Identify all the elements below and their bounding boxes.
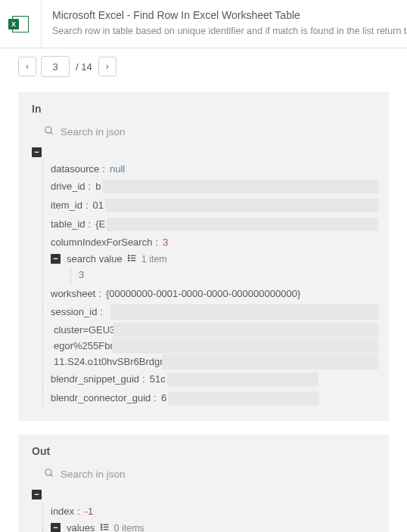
redacted-value [113, 323, 378, 338]
collapse-icon[interactable]: − [32, 490, 42, 500]
field-column-index[interactable]: columnIndexForSearch: 3 [51, 234, 378, 250]
out-tree: − index: -1 − values 0 items [29, 488, 378, 532]
pager-current-input[interactable] [41, 56, 70, 77]
in-panel: In − datasource: null drive_id: b item_i… [18, 92, 389, 421]
session-line: 11.S24.o1t0hvSBr6Brdgr [51, 354, 163, 370]
field-search-value[interactable]: − search value 1 item [51, 250, 378, 268]
field-index[interactable]: index: -1 [51, 503, 378, 519]
list-icon [127, 253, 137, 265]
pager-total-label: / 14 [76, 61, 92, 73]
session-line: cluster=GEU3 [51, 322, 115, 338]
redacted-value [107, 218, 378, 231]
in-tree: − datasource: null drive_id: b item_id: … [29, 146, 378, 407]
search-icon [44, 125, 54, 138]
field-table-id[interactable]: table_id: {E [51, 215, 378, 234]
svg-line-9 [51, 475, 53, 477]
field-item-id[interactable]: item_id: 01 [51, 196, 378, 215]
in-search-input[interactable] [61, 126, 197, 138]
app-icon-cell [0, 0, 42, 48]
in-search-row [29, 122, 378, 146]
svg-point-15 [101, 529, 101, 530]
svg-point-0 [45, 127, 51, 133]
search-value-item[interactable]: 3 [79, 268, 378, 285]
svg-point-6 [128, 257, 129, 258]
svg-point-14 [101, 526, 101, 527]
svg-point-8 [45, 469, 51, 475]
collapse-icon[interactable]: − [51, 254, 61, 264]
redacted-value [162, 354, 378, 370]
svg-point-5 [128, 255, 129, 255]
out-search-input[interactable] [61, 469, 197, 480]
in-panel-title: In [29, 103, 378, 115]
redacted-value [110, 305, 378, 320]
out-panel: Out − index: -1 − values 0 items [18, 435, 389, 532]
field-blendr-connector-guid[interactable]: blendr_connector_guid: 6 [51, 388, 378, 407]
pager-next-button[interactable]: › [98, 57, 117, 76]
field-datasource[interactable]: datasource: null [51, 160, 378, 177]
header-text: Microsoft Excel - Find Row In Excel Work… [42, 0, 407, 48]
collapse-icon[interactable]: − [51, 523, 61, 532]
out-panel-title: Out [29, 445, 378, 457]
field-values[interactable]: − values 0 items [51, 519, 378, 532]
out-search-row [29, 465, 378, 488]
pager: ‹ / 14 › [0, 48, 407, 88]
field-worksheet[interactable]: worksheet: {00000000-0001-0000-0000-0000… [51, 285, 378, 302]
field-blendr-snippet-guid[interactable]: blendr_snippet_guid: 51c [51, 370, 378, 388]
page-description: Search row in table based on unique iden… [52, 26, 396, 36]
field-drive-id[interactable]: drive_id: b [51, 177, 378, 196]
search-icon [44, 468, 54, 481]
redacted-value [167, 373, 318, 386]
redacted-value [105, 199, 378, 212]
svg-point-13 [101, 524, 101, 524]
field-session-id[interactable]: session_id: [51, 302, 378, 322]
redacted-value [168, 391, 319, 405]
pager-prev-button[interactable]: ‹ [18, 57, 36, 76]
collapse-icon[interactable]: − [32, 147, 42, 157]
svg-line-1 [51, 132, 53, 135]
page-title: Microsoft Excel - Find Row In Excel Work… [52, 9, 396, 21]
redacted-value [112, 339, 378, 354]
svg-point-7 [128, 260, 129, 261]
redacted-value [102, 180, 378, 193]
list-icon [100, 522, 110, 533]
excel-icon [12, 16, 29, 32]
header-bar: Microsoft Excel - Find Row In Excel Work… [0, 0, 407, 48]
session-line: egor%255Fbr [51, 338, 113, 354]
